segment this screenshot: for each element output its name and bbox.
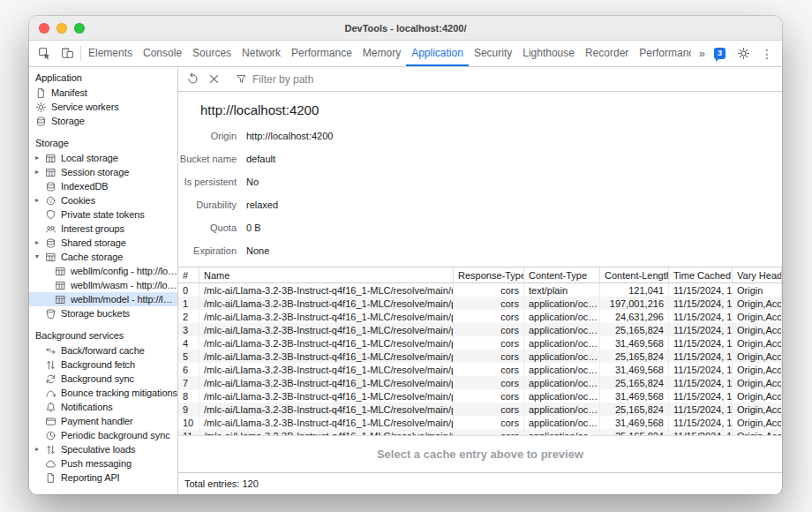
expander-icon[interactable]: ▸	[35, 151, 45, 165]
inspect-element-button[interactable]	[33, 41, 56, 66]
table-row[interactable]: 11/mlc-ai/Llama-3.2-3B-Instruct-q4f16_1-…	[178, 429, 782, 435]
cell-content-length: 25,165,824	[600, 403, 669, 416]
table-row[interactable]: 7/mlc-ai/Llama-3.2-3B-Instruct-q4f16_1-M…	[178, 376, 782, 389]
minimize-button[interactable]	[56, 23, 67, 34]
sidebar-item-manifest[interactable]: Manifest	[29, 86, 177, 100]
table-row[interactable]: 1/mlc-ai/Llama-3.2-3B-Instruct-q4f16_1-M…	[178, 297, 782, 310]
tab-recorder[interactable]: Recorder	[580, 41, 634, 66]
sidebar-item-background-sync[interactable]: Background sync	[29, 372, 177, 386]
sidebar-item-push-messaging[interactable]: Push messaging	[29, 456, 177, 471]
sidebar-item-notifications[interactable]: Notifications	[29, 400, 177, 414]
bounce-icon	[45, 388, 56, 399]
cell-response-type: cors	[454, 350, 524, 363]
sidebar-item-private-state-tokens[interactable]: Private state tokens	[29, 207, 177, 222]
expander-icon[interactable]: ▸	[35, 236, 45, 250]
devtools-window: DevTools - localhost:4200/ ElementsConso…	[29, 16, 782, 494]
table-row[interactable]: 8/mlc-ai/Llama-3.2-3B-Instruct-q4f16_1-M…	[178, 389, 782, 403]
table-row[interactable]: 9/mlc-ai/Llama-3.2-3B-Instruct-q4f16_1-M…	[178, 403, 782, 416]
sidebar-item-bounce-tracking-mitigations[interactable]: Bounce tracking mitigations	[29, 386, 177, 400]
sidebar-item-shared-storage[interactable]: ▸Shared storage	[29, 236, 177, 250]
sidebar-item-reporting-api[interactable]: Reporting API	[29, 471, 177, 485]
cell-content-length: 25,165,824	[600, 350, 669, 363]
issues-badge[interactable]: 3	[714, 48, 726, 59]
sidebar-item-label: Periodic background sync	[61, 430, 170, 440]
settings-button[interactable]	[732, 47, 755, 60]
tab-lighthouse[interactable]: Lighthouse	[517, 41, 580, 66]
sidebar-item-label: Session storage	[61, 167, 129, 177]
sidebar-item-local-storage[interactable]: ▸Local storage	[29, 151, 177, 165]
tab-elements[interactable]: Elements	[83, 41, 138, 66]
sidebar-item-back-forward-cache[interactable]: Back/forward cache	[29, 343, 177, 358]
sidebar-item-speculative-loads[interactable]: ▸Speculative loads	[29, 442, 177, 456]
tab-label: Application	[411, 47, 463, 59]
maximize-button[interactable]	[74, 23, 85, 34]
sidebar-item-interest-groups[interactable]: Interest groups	[29, 222, 177, 236]
menu-button[interactable]: ⋮	[757, 47, 777, 61]
expander-icon[interactable]: ▾	[35, 250, 45, 264]
sidebar-item-label: webllm/model - http://loc…	[71, 294, 177, 305]
sidebar-item-label: Payment handler	[61, 416, 133, 426]
sidebar-item-storage-buckets[interactable]: Storage buckets	[29, 306, 177, 320]
table-row[interactable]: 3/mlc-ai/Llama-3.2-3B-Instruct-q4f16_1-M…	[178, 323, 782, 336]
tab-security[interactable]: Security	[469, 41, 517, 66]
tab-performance-insights[interactable]: Performance insights	[634, 41, 690, 66]
tab-sources[interactable]: Sources	[187, 41, 237, 66]
table-icon	[55, 294, 66, 305]
table-row[interactable]: 2/mlc-ai/Llama-3.2-3B-Instruct-q4f16_1-M…	[178, 310, 782, 323]
column-header-index[interactable]: #	[178, 267, 199, 282]
detail-value: 0 B	[246, 222, 261, 233]
sidebar-item-service-workers[interactable]: Service workers	[29, 100, 177, 114]
sidebar-item-label: Private state tokens	[61, 209, 145, 220]
table-row[interactable]: 4/mlc-ai/Llama-3.2-3B-Instruct-q4f16_1-M…	[178, 336, 782, 350]
sidebar-item-webllm-model-http-loc[interactable]: webllm/model - http://loc…	[29, 292, 177, 306]
column-header-vary-header[interactable]: Vary Header	[733, 267, 782, 282]
sidebar-item-label: Cookies	[61, 195, 95, 206]
table-row[interactable]: 5/mlc-ai/Llama-3.2-3B-Instruct-q4f16_1-M…	[178, 350, 782, 363]
table-row[interactable]: 6/mlc-ai/Llama-3.2-3B-Instruct-q4f16_1-M…	[178, 363, 782, 376]
sidebar-item-cache-storage[interactable]: ▾Cache storage	[29, 250, 177, 264]
tab-performance[interactable]: Performance	[286, 41, 357, 66]
interest-icon	[45, 223, 56, 235]
column-header-response-type[interactable]: Response-Type	[454, 267, 524, 282]
column-header-name[interactable]: Name	[199, 267, 454, 282]
tab-console[interactable]: Console	[138, 41, 187, 66]
column-header-content-length[interactable]: Content-Length	[600, 267, 669, 282]
sidebar-item-storage[interactable]: Storage	[29, 114, 177, 128]
filter-input[interactable]	[252, 73, 429, 86]
cell-content-type: application/oc…	[524, 363, 600, 376]
sidebar-item-indexeddb[interactable]: IndexedDB	[29, 179, 177, 193]
expander-icon[interactable]: ▸	[35, 165, 45, 179]
expander-icon[interactable]: ▸	[35, 442, 45, 456]
cell-response-type: cors	[454, 297, 524, 310]
more-tabs-button[interactable]: »	[696, 47, 708, 60]
table-icon	[55, 266, 66, 277]
tab-network[interactable]: Network	[237, 41, 286, 66]
refresh-button[interactable]	[183, 70, 202, 89]
sidebar-item-payment-handler[interactable]: Payment handler	[29, 414, 177, 428]
column-header-time-cached[interactable]: Time Cached	[669, 267, 733, 282]
close-button[interactable]	[39, 23, 49, 34]
cell-content-length: 31,469,568	[600, 336, 669, 350]
delete-selected-button[interactable]	[204, 70, 223, 89]
cell-index: 9	[178, 403, 199, 416]
sidebar-item-webllm-wasm-http-loca[interactable]: webllm/wasm - http://loca…	[29, 278, 177, 292]
sidebar-item-periodic-background-sync[interactable]: Periodic background sync	[29, 428, 177, 442]
cell-response-type: cors	[454, 389, 524, 403]
cell-content-type: application/oc…	[524, 350, 600, 363]
tab-memory[interactable]: Memory	[357, 41, 406, 66]
tab-application[interactable]: Application	[406, 41, 469, 66]
cell-name: /mlc-ai/Llama-3.2-3B-Instruct-q4f16_1-ML…	[199, 297, 454, 310]
sidebar-item-label: Push messaging	[61, 458, 132, 469]
table-row[interactable]: 10/mlc-ai/Llama-3.2-3B-Instruct-q4f16_1-…	[178, 416, 782, 429]
cell-content-length: 31,469,568	[600, 416, 669, 429]
sidebar-item-background-fetch[interactable]: Background fetch	[29, 358, 177, 372]
device-toolbar-button[interactable]	[56, 41, 79, 66]
detail-row-is-persistent: Is persistentNo	[178, 170, 782, 193]
tab-label: Elements	[88, 47, 132, 59]
table-row[interactable]: 0/mlc-ai/Llama-3.2-3B-Instruct-q4f16_1-M…	[178, 283, 782, 297]
expander-icon[interactable]: ▸	[35, 193, 45, 207]
sidebar-item-session-storage[interactable]: ▸Session storage	[29, 165, 177, 179]
column-header-content-type[interactable]: Content-Type	[524, 267, 600, 282]
sidebar-item-cookies[interactable]: ▸Cookies	[29, 193, 177, 207]
sidebar-item-webllm-config-http-loc[interactable]: webllm/config - http://loc…	[29, 264, 177, 278]
